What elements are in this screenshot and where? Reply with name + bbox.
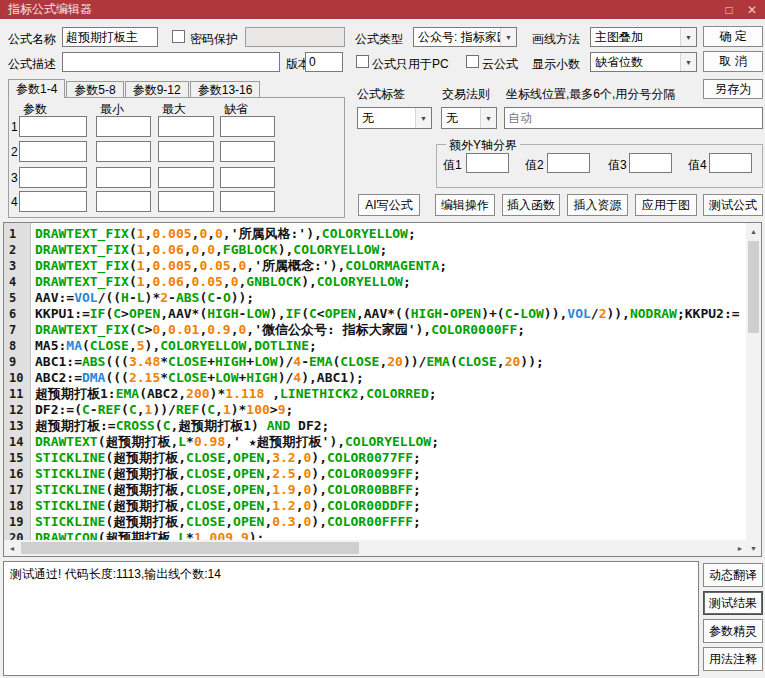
tab-参数1-4[interactable]: 参数1-4: [8, 79, 65, 98]
button-测试结果[interactable]: 测试结果: [703, 591, 763, 615]
param-input-2-2[interactable]: [96, 141, 151, 162]
tab-参数13-16[interactable]: 参数13-16: [190, 81, 261, 98]
code-line-7[interactable]: 7DRAWTEXT_FIX(C>0,0.01,0.9,0,'微信公众号: 指标大…: [4, 322, 761, 338]
button-AI写公式[interactable]: AI写公式: [358, 194, 420, 216]
chevron-down-icon[interactable]: ▼: [680, 53, 696, 71]
code-line-3[interactable]: 3DRAWTEXT_FIX(1,0.005,0.05,0,'所属概念:'),CO…: [4, 258, 761, 274]
param-input-2-3[interactable]: [158, 141, 214, 162]
cancel-button[interactable]: 取 消: [703, 51, 763, 72]
draw-method-select[interactable]: 主图叠加 ▼: [590, 27, 697, 47]
button-参数精灵[interactable]: 参数精灵: [703, 619, 763, 643]
y-value-input-1[interactable]: [466, 153, 509, 173]
tab-参数5-8[interactable]: 参数5-8: [66, 81, 123, 98]
formula-desc-input[interactable]: [62, 52, 280, 72]
chevron-down-icon[interactable]: ▼: [480, 108, 496, 128]
scroll-up-icon[interactable]: ▲: [746, 223, 761, 239]
scroll-right-icon[interactable]: ►: [732, 540, 748, 556]
horizontal-scroll-thumb[interactable]: [21, 542, 359, 554]
param-input-4-4[interactable]: [220, 191, 275, 212]
param-input-3-1[interactable]: [19, 167, 87, 188]
tab-参数9-12[interactable]: 参数9-12: [125, 81, 189, 98]
code-line-13[interactable]: 13超预期打板:=CROSS(C,超预期打板1) AND DF2;: [4, 418, 761, 434]
coordinate-line-input[interactable]: [504, 107, 763, 129]
vertical-scrollbar[interactable]: ▲ ▼: [746, 223, 761, 556]
code-line-9[interactable]: 9ABC1:=ABS(((3.48*CLOSE+HIGH+LOW)/4-EMA(…: [4, 354, 761, 370]
param-input-1-1[interactable]: [19, 116, 87, 137]
trade-rule-label: 交易法则: [442, 86, 490, 103]
pc-only-checkbox[interactable]: [356, 55, 369, 68]
button-插入函数[interactable]: 插入函数: [502, 194, 560, 216]
param-input-4-1[interactable]: [19, 191, 87, 212]
param-input-1-4[interactable]: [220, 116, 275, 137]
code-line-5[interactable]: 5AAV:=VOL/((H-L)*2-ABS(C-O));: [4, 290, 761, 306]
y-value-input-3[interactable]: [629, 153, 672, 173]
code-editor[interactable]: 1DRAWTEXT_FIX(1,0.005,0,0,'所属风格:'),COLOR…: [3, 222, 762, 557]
y-value-input-4[interactable]: [709, 153, 752, 173]
save-as-button[interactable]: 另存为: [703, 79, 763, 99]
code-line-18[interactable]: 18STICKLINE(超预期打板,CLOSE,OPEN,1.2,0),COLO…: [4, 498, 761, 514]
maximize-icon[interactable]: □: [722, 3, 736, 17]
formula-tag-select[interactable]: 无 ▼: [357, 107, 432, 129]
scroll-left-icon[interactable]: ◄: [4, 540, 20, 556]
button-测试公式[interactable]: 测试公式: [703, 194, 763, 216]
param-input-3-4[interactable]: [220, 167, 275, 188]
chevron-down-icon[interactable]: ▼: [415, 108, 431, 128]
param-input-1-2[interactable]: [96, 116, 151, 137]
code-line-12[interactable]: 12DF2:=(C-REF(C,1))/REF(C,1)*100>9;: [4, 402, 761, 418]
line-number: 5: [4, 290, 31, 306]
code-text: STICKLINE(超预期打板,CLOSE,OPEN,0.3,0),COLOR0…: [31, 514, 421, 530]
code-text: STICKLINE(超预期打板,CLOSE,OPEN,1.2,0),COLOR0…: [31, 498, 421, 514]
code-line-2[interactable]: 2DRAWTEXT_FIX(1,0.06,0,0,FGBLOCK),COLORY…: [4, 242, 761, 258]
param-row-number: 4: [11, 195, 18, 209]
cloud-formula-checkbox[interactable]: [466, 55, 479, 68]
line-number: 8: [4, 338, 31, 354]
vertical-scroll-thumb[interactable]: [748, 241, 759, 333]
decimals-select[interactable]: 缺省位数 ▼: [590, 52, 697, 72]
close-icon[interactable]: ✕: [745, 3, 759, 17]
chevron-down-icon[interactable]: ▼: [680, 28, 696, 46]
param-input-3-3[interactable]: [158, 167, 214, 188]
param-input-1-3[interactable]: [158, 116, 214, 137]
formula-type-select[interactable]: 公众号: 指标家园 ▼: [413, 27, 517, 47]
code-text: AAV:=VOL/((H-L)*2-ABS(C-O));: [31, 290, 254, 306]
password-input: [245, 27, 345, 47]
button-用法注释[interactable]: 用法注释: [703, 647, 763, 671]
code-line-19[interactable]: 19STICKLINE(超预期打板,CLOSE,OPEN,0.3,0),COLO…: [4, 514, 761, 530]
button-编辑操作[interactable]: 编辑操作: [435, 194, 495, 216]
code-line-8[interactable]: 8MA5:MA(CLOSE,5),COLORYELLOW,DOTLINE;: [4, 338, 761, 354]
code-line-15[interactable]: 15STICKLINE(超预期打板,CLOSE,OPEN,3.2,0),COLO…: [4, 450, 761, 466]
button-插入资源[interactable]: 插入资源: [567, 194, 628, 216]
chevron-down-icon[interactable]: ▼: [500, 28, 516, 46]
code-line-11[interactable]: 11超预期打板1:EMA(ABC2,200)*1.118 ,LINETHICK2…: [4, 386, 761, 402]
param-input-2-1[interactable]: [19, 141, 87, 162]
code-line-16[interactable]: 16STICKLINE(超预期打板,CLOSE,OPEN,2.5,0),COLO…: [4, 466, 761, 482]
button-应用于图[interactable]: 应用于图: [635, 194, 697, 216]
y-value-label: 值4: [688, 157, 707, 174]
draw-method-label: 画线方法: [532, 31, 580, 48]
code-line-1[interactable]: 1DRAWTEXT_FIX(1,0.005,0,0,'所属风格:'),COLOR…: [4, 226, 761, 242]
trade-rule-select[interactable]: 无 ▼: [441, 107, 497, 129]
code-line-4[interactable]: 4DRAWTEXT_FIX(1,0.06,0.05,0,GNBLOCK),COL…: [4, 274, 761, 290]
scroll-down-icon[interactable]: ▼: [746, 540, 761, 556]
param-input-4-3[interactable]: [158, 191, 214, 212]
y-value-input-2[interactable]: [547, 153, 590, 173]
code-text: ABC2:=DMA(((2.15*CLOSE+LOW+HIGH)/4),ABC1…: [31, 370, 364, 386]
code-line-14[interactable]: 14DRAWTEXT(超预期打板,L*0.98,' ★超预期打板'),COLOR…: [4, 434, 761, 450]
param-input-4-2[interactable]: [96, 191, 151, 212]
version-input[interactable]: [305, 52, 343, 72]
code-line-17[interactable]: 17STICKLINE(超预期打板,CLOSE,OPEN,1.9,0),COLO…: [4, 482, 761, 498]
line-number: 1: [4, 226, 31, 242]
button-动态翻译[interactable]: 动态翻译: [703, 563, 763, 587]
param-input-3-2[interactable]: [96, 167, 151, 188]
code-line-10[interactable]: 10ABC2:=DMA(((2.15*CLOSE+LOW+HIGH)/4),AB…: [4, 370, 761, 386]
title-bar[interactable]: 指标公式编辑器 □ ✕: [0, 0, 765, 19]
param-panel: 参数最小最大缺省1234: [8, 97, 345, 218]
line-number: 19: [4, 514, 31, 530]
draw-method-value: 主图叠加: [591, 29, 680, 46]
password-checkbox[interactable]: [172, 30, 185, 43]
ok-button[interactable]: 确 定: [703, 26, 763, 47]
param-input-2-4[interactable]: [220, 141, 275, 162]
formula-name-input[interactable]: [62, 27, 158, 47]
horizontal-scrollbar[interactable]: ◄ ►: [4, 540, 748, 556]
code-line-6[interactable]: 6KKPU1:=IF(C>OPEN,AAV*(HIGH-LOW),IF(C<OP…: [4, 306, 761, 322]
